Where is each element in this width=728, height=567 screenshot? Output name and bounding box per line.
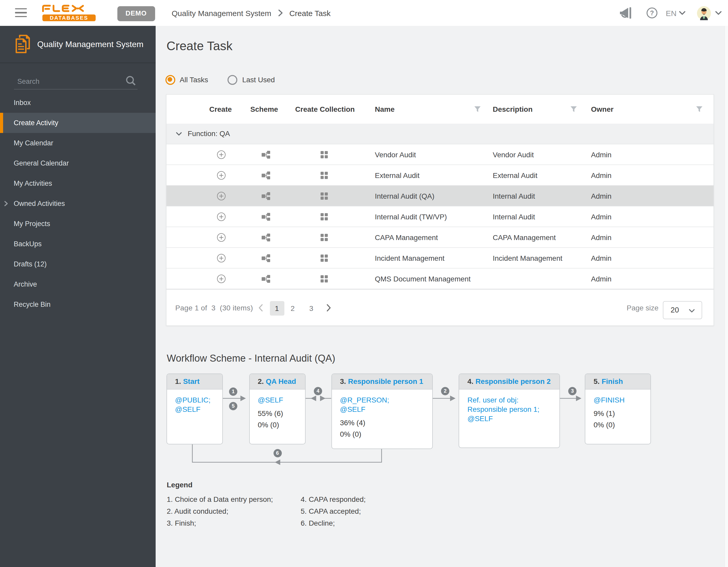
task-row[interactable]: Internal Audit (TW/VP)Internal AuditAdmi… <box>166 206 713 227</box>
task-row[interactable]: QMS Document ManagementAdmin <box>166 268 713 289</box>
scheme-icon[interactable] <box>261 274 270 283</box>
pagination-summary: Page 1 of 3 (30 items) <box>175 290 253 327</box>
task-row[interactable]: CAPA ManagementCAPA ManagementAdmin <box>166 227 713 248</box>
step-name[interactable]: Responsible person 2 <box>475 377 551 386</box>
language-selector[interactable]: EN <box>665 0 677 26</box>
create-task-icon[interactable] <box>217 150 225 159</box>
create-task-icon[interactable] <box>217 171 225 179</box>
expand-chevron-icon[interactable] <box>4 200 8 206</box>
scheme-icon[interactable] <box>261 233 270 241</box>
task-row[interactable]: External AuditExternal AuditAdmin <box>166 165 713 186</box>
sidebar-item-recycle-bin[interactable]: Recycle Bin <box>0 294 156 314</box>
sidebar-item-drafts[interactable]: Drafts (12) <box>0 254 156 274</box>
scheme-icon[interactable] <box>261 212 270 221</box>
radio-last-used[interactable]: Last Used <box>228 75 275 85</box>
task-name: Vendor Audit <box>375 144 416 165</box>
sidebar-item-my-activities[interactable]: My Activities <box>0 173 156 193</box>
step-name[interactable]: Responsible person 1 <box>348 377 423 386</box>
breadcrumb-chevron-icon <box>278 9 283 17</box>
page-button-1[interactable]: 1 <box>270 301 284 316</box>
search-icon[interactable] <box>126 75 136 86</box>
announcements-icon[interactable] <box>618 0 633 26</box>
step-name[interactable]: QA Head <box>266 377 296 386</box>
create-task-icon[interactable] <box>217 274 225 283</box>
step-name[interactable]: Start <box>183 377 200 386</box>
sidebar-item-my-projects[interactable]: My Projects <box>0 213 156 233</box>
scheme-icon[interactable] <box>261 254 270 262</box>
step-number: 1. <box>175 377 181 386</box>
step-rule: @SELF <box>175 404 217 414</box>
create-task-icon[interactable] <box>217 233 225 241</box>
create-collection-icon[interactable] <box>320 254 328 261</box>
create-task-icon[interactable] <box>217 253 225 262</box>
user-menu-chevron-icon[interactable] <box>714 0 722 26</box>
menu-hamburger-icon[interactable] <box>15 8 27 18</box>
column-header-name[interactable]: Name <box>375 94 395 124</box>
workflow-step-qa-head[interactable]: 2. QA Head @SELF 55% (6) 0% (0) <box>249 374 306 444</box>
radio-all-tasks-circle[interactable] <box>165 75 175 85</box>
task-row[interactable]: Vendor AuditVendor AuditAdmin <box>166 144 713 165</box>
transition-badge-3: 3 <box>568 387 577 395</box>
task-row[interactable]: Internal Audit (QA)Internal AuditAdmin <box>166 186 713 206</box>
radio-all-tasks[interactable]: All Tasks <box>165 75 208 85</box>
create-collection-icon[interactable] <box>320 151 328 158</box>
sidebar-item-owned-activities[interactable]: Owned Activities <box>0 193 156 213</box>
column-header-owner[interactable]: Owner <box>591 94 613 124</box>
sidebar-item-my-calendar[interactable]: My Calendar <box>0 133 156 153</box>
language-chevron-icon[interactable] <box>678 0 686 26</box>
create-collection-icon[interactable] <box>320 233 328 241</box>
sidebar: Quality Management System Inbox Create A… <box>0 26 156 567</box>
scrollbar-track[interactable] <box>724 26 728 567</box>
sidebar-item-archive[interactable]: Archive <box>0 274 156 294</box>
scheme-icon[interactable] <box>261 171 270 179</box>
create-task-icon[interactable] <box>217 191 225 200</box>
filter-icon-description[interactable] <box>570 106 577 112</box>
create-collection-icon[interactable] <box>320 171 328 179</box>
legend-item: 1. Choice of a Data entry person; <box>167 493 273 505</box>
column-header-description[interactable]: Description <box>493 94 533 124</box>
step-name[interactable]: Finish <box>602 377 623 386</box>
radio-last-used-circle[interactable] <box>228 75 238 85</box>
page-size-select[interactable]: 20 <box>663 301 702 319</box>
workflow-step-responsible-person-1[interactable]: 3. Responsible person 1 @R_PERSON; @SELF… <box>331 374 433 449</box>
create-collection-icon[interactable] <box>320 275 328 282</box>
help-icon[interactable]: ? <box>646 0 658 26</box>
sidebar-item-inbox[interactable]: Inbox <box>0 92 156 112</box>
sidebar-item-general-calendar[interactable]: General Calendar <box>0 153 156 173</box>
legend-item: 6. Decline; <box>301 517 366 529</box>
task-description: CAPA Management <box>493 227 556 248</box>
workflow-step-start[interactable]: 1. Start @PUBLIC; @SELF <box>166 374 223 444</box>
legend-item: 4. CAPA responded; <box>301 493 366 505</box>
collapse-chevron-icon[interactable] <box>176 132 182 136</box>
scheme-icon[interactable] <box>261 192 270 200</box>
sidebar-item-create-activity[interactable]: Create Activity <box>0 112 156 133</box>
task-row[interactable]: Incident ManagementIncident ManagementAd… <box>166 248 713 268</box>
column-header-scheme[interactable]: Scheme <box>250 94 278 124</box>
demo-badge[interactable]: DEMO <box>117 6 155 21</box>
step-number: 4. <box>467 377 473 386</box>
legend-column-right: 4. CAPA responded; 5. CAPA accepted; 6. … <box>301 493 366 529</box>
legend-title: Legend <box>167 480 193 489</box>
avatar[interactable] <box>697 0 711 26</box>
grid-header: Create Scheme Create Collection Name Des… <box>166 94 713 124</box>
workflow-step-responsible-person-2[interactable]: 4. Responsible person 2 Ref. user of obj… <box>459 374 560 448</box>
page-button-3[interactable]: 3 <box>304 301 318 316</box>
workflow-step-finish[interactable]: 5. Finish @FINISH 9% (1) 0% (0) <box>585 374 651 444</box>
create-task-icon[interactable] <box>217 212 225 221</box>
search-input[interactable] <box>14 74 117 88</box>
flex-databases-logo[interactable]: DATABASES <box>42 5 96 21</box>
previous-page-icon[interactable] <box>258 304 263 312</box>
page-button-2[interactable]: 2 <box>285 301 300 316</box>
step-number: 3. <box>340 377 346 386</box>
group-row-function-qa[interactable]: Function: QA <box>166 124 713 144</box>
create-collection-icon[interactable] <box>320 213 328 220</box>
create-collection-icon[interactable] <box>320 192 328 199</box>
column-header-create[interactable]: Create <box>209 94 232 124</box>
next-page-icon[interactable] <box>326 304 331 312</box>
sidebar-item-backups[interactable]: BackUps <box>0 233 156 254</box>
breadcrumb-module[interactable]: Quality Management System <box>172 9 271 17</box>
filter-icon-owner[interactable] <box>696 106 703 112</box>
column-header-create-collection[interactable]: Create Collection <box>295 94 355 124</box>
scheme-icon[interactable] <box>261 150 270 158</box>
filter-icon-name[interactable] <box>474 106 481 112</box>
